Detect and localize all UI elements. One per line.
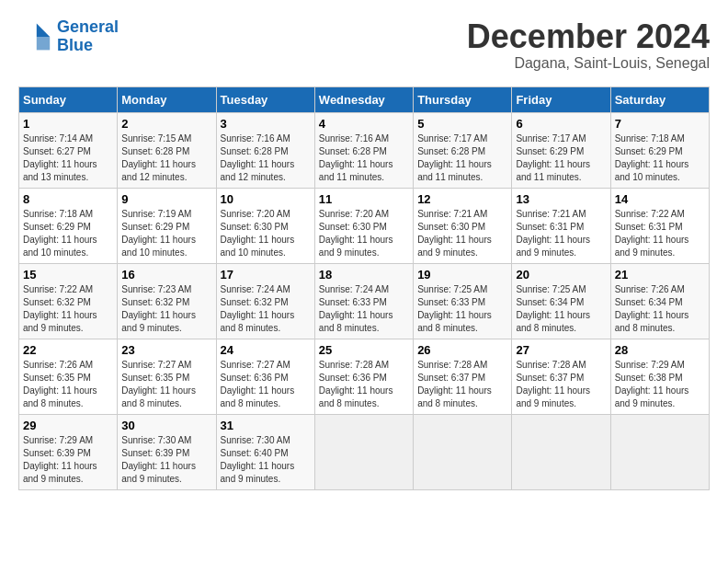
calendar-week-row: 15Sunrise: 7:22 AMSunset: 6:32 PMDayligh… bbox=[19, 263, 710, 339]
day-info: Sunrise: 7:28 AMSunset: 6:36 PMDaylight:… bbox=[319, 359, 409, 410]
calendar-cell: 27Sunrise: 7:28 AMSunset: 6:37 PMDayligh… bbox=[512, 339, 610, 414]
dow-header: Friday bbox=[512, 86, 610, 112]
day-info: Sunrise: 7:18 AMSunset: 6:29 PMDaylight:… bbox=[615, 132, 705, 184]
calendar-cell: 5Sunrise: 7:17 AMSunset: 6:28 PMDaylight… bbox=[414, 112, 512, 188]
day-number: 3 bbox=[221, 117, 311, 131]
calendar-cell: 1Sunrise: 7:14 AMSunset: 6:27 PMDaylight… bbox=[19, 112, 118, 188]
day-number: 26 bbox=[417, 343, 507, 357]
day-info: Sunrise: 7:30 AMSunset: 6:39 PMDaylight:… bbox=[121, 434, 211, 486]
day-info: Sunrise: 7:28 AMSunset: 6:37 PMDaylight:… bbox=[417, 359, 507, 410]
calendar-cell bbox=[414, 414, 512, 489]
day-number: 6 bbox=[516, 117, 606, 131]
calendar-cell bbox=[512, 414, 610, 489]
calendar-table: SundayMondayTuesdayWednesdayThursdayFrid… bbox=[18, 86, 710, 490]
day-info: Sunrise: 7:29 AMSunset: 6:39 PMDaylight:… bbox=[23, 434, 113, 486]
day-number: 22 bbox=[23, 343, 113, 357]
dow-header: Thursday bbox=[414, 86, 512, 112]
calendar-cell: 29Sunrise: 7:29 AMSunset: 6:39 PMDayligh… bbox=[19, 414, 118, 489]
calendar-cell: 6Sunrise: 7:17 AMSunset: 6:29 PMDaylight… bbox=[512, 112, 610, 188]
calendar-cell: 16Sunrise: 7:23 AMSunset: 6:32 PMDayligh… bbox=[118, 263, 216, 339]
day-info: Sunrise: 7:25 AMSunset: 6:33 PMDaylight:… bbox=[417, 283, 507, 335]
dow-header: Tuesday bbox=[216, 86, 314, 112]
logo: General Blue bbox=[18, 18, 119, 55]
day-number: 27 bbox=[516, 343, 606, 357]
day-info: Sunrise: 7:23 AMSunset: 6:32 PMDaylight:… bbox=[121, 283, 211, 335]
calendar-cell: 30Sunrise: 7:30 AMSunset: 6:39 PMDayligh… bbox=[118, 414, 216, 489]
day-number: 13 bbox=[516, 192, 606, 206]
day-number: 10 bbox=[221, 192, 311, 206]
calendar-week-row: 29Sunrise: 7:29 AMSunset: 6:39 PMDayligh… bbox=[19, 414, 710, 489]
calendar-cell bbox=[610, 414, 709, 489]
dow-header: Monday bbox=[118, 86, 216, 112]
calendar-cell: 24Sunrise: 7:27 AMSunset: 6:36 PMDayligh… bbox=[216, 339, 314, 414]
day-number: 4 bbox=[319, 117, 409, 131]
calendar-week-row: 8Sunrise: 7:18 AMSunset: 6:29 PMDaylight… bbox=[19, 188, 710, 263]
logo-text: General Blue bbox=[57, 18, 119, 55]
day-number: 24 bbox=[221, 343, 311, 357]
calendar-cell bbox=[314, 414, 413, 489]
calendar-cell: 17Sunrise: 7:24 AMSunset: 6:32 PMDayligh… bbox=[216, 263, 314, 339]
calendar-week-row: 1Sunrise: 7:14 AMSunset: 6:27 PMDaylight… bbox=[19, 112, 710, 188]
day-number: 31 bbox=[221, 419, 311, 432]
dow-header: Saturday bbox=[610, 86, 709, 112]
calendar-cell: 23Sunrise: 7:27 AMSunset: 6:35 PMDayligh… bbox=[118, 339, 216, 414]
day-number: 16 bbox=[121, 268, 211, 282]
day-number: 11 bbox=[319, 192, 409, 206]
dow-header: Sunday bbox=[19, 86, 118, 112]
calendar-cell: 2Sunrise: 7:15 AMSunset: 6:28 PMDaylight… bbox=[118, 112, 216, 188]
day-number: 9 bbox=[121, 192, 211, 206]
day-info: Sunrise: 7:14 AMSunset: 6:27 PMDaylight:… bbox=[23, 132, 113, 184]
calendar-cell: 7Sunrise: 7:18 AMSunset: 6:29 PMDaylight… bbox=[610, 112, 709, 188]
day-info: Sunrise: 7:28 AMSunset: 6:37 PMDaylight:… bbox=[516, 359, 606, 410]
calendar-cell: 21Sunrise: 7:26 AMSunset: 6:34 PMDayligh… bbox=[610, 263, 709, 339]
calendar-week-row: 22Sunrise: 7:26 AMSunset: 6:35 PMDayligh… bbox=[19, 339, 710, 414]
day-info: Sunrise: 7:17 AMSunset: 6:28 PMDaylight:… bbox=[417, 132, 507, 184]
calendar-cell: 26Sunrise: 7:28 AMSunset: 6:37 PMDayligh… bbox=[414, 339, 512, 414]
day-info: Sunrise: 7:21 AMSunset: 6:31 PMDaylight:… bbox=[516, 208, 606, 259]
calendar-cell: 22Sunrise: 7:26 AMSunset: 6:35 PMDayligh… bbox=[19, 339, 118, 414]
day-info: Sunrise: 7:16 AMSunset: 6:28 PMDaylight:… bbox=[319, 132, 409, 184]
calendar-cell: 3Sunrise: 7:16 AMSunset: 6:28 PMDaylight… bbox=[216, 112, 314, 188]
calendar-cell: 10Sunrise: 7:20 AMSunset: 6:30 PMDayligh… bbox=[216, 188, 314, 263]
day-info: Sunrise: 7:29 AMSunset: 6:38 PMDaylight:… bbox=[615, 359, 705, 410]
day-number: 5 bbox=[417, 117, 507, 131]
day-info: Sunrise: 7:17 AMSunset: 6:29 PMDaylight:… bbox=[516, 132, 606, 184]
day-info: Sunrise: 7:27 AMSunset: 6:36 PMDaylight:… bbox=[221, 359, 311, 410]
day-of-week-row: SundayMondayTuesdayWednesdayThursdayFrid… bbox=[19, 86, 710, 112]
day-number: 20 bbox=[516, 268, 606, 282]
day-info: Sunrise: 7:15 AMSunset: 6:28 PMDaylight:… bbox=[121, 132, 211, 184]
day-info: Sunrise: 7:25 AMSunset: 6:34 PMDaylight:… bbox=[516, 283, 606, 335]
day-info: Sunrise: 7:26 AMSunset: 6:34 PMDaylight:… bbox=[615, 283, 705, 335]
day-info: Sunrise: 7:18 AMSunset: 6:29 PMDaylight:… bbox=[23, 208, 113, 259]
day-number: 7 bbox=[615, 117, 705, 131]
calendar-cell: 15Sunrise: 7:22 AMSunset: 6:32 PMDayligh… bbox=[19, 263, 118, 339]
calendar-cell: 28Sunrise: 7:29 AMSunset: 6:38 PMDayligh… bbox=[610, 339, 709, 414]
day-number: 19 bbox=[417, 268, 507, 282]
day-info: Sunrise: 7:22 AMSunset: 6:31 PMDaylight:… bbox=[615, 208, 705, 259]
dow-header: Wednesday bbox=[314, 86, 413, 112]
day-info: Sunrise: 7:27 AMSunset: 6:35 PMDaylight:… bbox=[121, 359, 211, 410]
page-header: General Blue December 2024 Dagana, Saint… bbox=[18, 18, 710, 72]
svg-marker-1 bbox=[37, 37, 50, 50]
day-info: Sunrise: 7:26 AMSunset: 6:35 PMDaylight:… bbox=[23, 359, 113, 410]
day-info: Sunrise: 7:19 AMSunset: 6:29 PMDaylight:… bbox=[121, 208, 211, 259]
calendar-cell: 13Sunrise: 7:21 AMSunset: 6:31 PMDayligh… bbox=[512, 188, 610, 263]
calendar-cell: 19Sunrise: 7:25 AMSunset: 6:33 PMDayligh… bbox=[414, 263, 512, 339]
day-number: 30 bbox=[121, 419, 211, 432]
month-title: December 2024 bbox=[467, 18, 710, 55]
day-number: 21 bbox=[615, 268, 705, 282]
day-info: Sunrise: 7:16 AMSunset: 6:28 PMDaylight:… bbox=[221, 132, 311, 184]
day-number: 18 bbox=[319, 268, 409, 282]
day-number: 15 bbox=[23, 268, 113, 282]
day-number: 29 bbox=[23, 419, 113, 432]
calendar-body: 1Sunrise: 7:14 AMSunset: 6:27 PMDaylight… bbox=[19, 112, 710, 489]
day-number: 25 bbox=[319, 343, 409, 357]
calendar-cell: 31Sunrise: 7:30 AMSunset: 6:40 PMDayligh… bbox=[216, 414, 314, 489]
calendar-cell: 9Sunrise: 7:19 AMSunset: 6:29 PMDaylight… bbox=[118, 188, 216, 263]
calendar-cell: 8Sunrise: 7:18 AMSunset: 6:29 PMDaylight… bbox=[19, 188, 118, 263]
calendar-cell: 25Sunrise: 7:28 AMSunset: 6:36 PMDayligh… bbox=[314, 339, 413, 414]
location-subtitle: Dagana, Saint-Louis, Senegal bbox=[467, 55, 710, 72]
day-number: 14 bbox=[615, 192, 705, 206]
day-info: Sunrise: 7:21 AMSunset: 6:30 PMDaylight:… bbox=[417, 208, 507, 259]
calendar-cell: 11Sunrise: 7:20 AMSunset: 6:30 PMDayligh… bbox=[314, 188, 413, 263]
